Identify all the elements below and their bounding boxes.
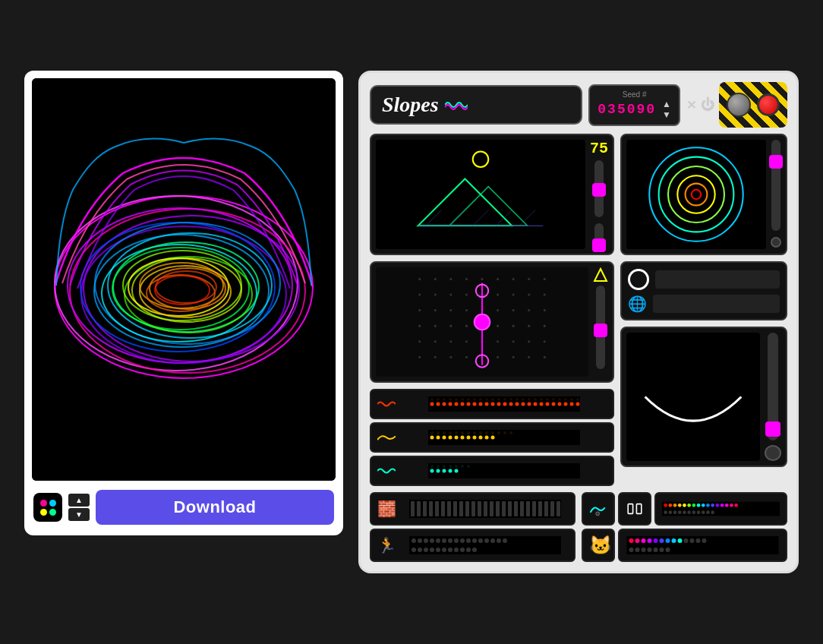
svg-point-230 — [478, 538, 483, 543]
number-display: 75 — [590, 140, 608, 157]
slider-thumb-2[interactable] — [592, 238, 606, 252]
svg-point-96 — [437, 402, 440, 406]
svg-point-254 — [683, 504, 686, 507]
svg-point-286 — [678, 538, 683, 543]
svg-point-116 — [558, 402, 562, 406]
svg-point-137 — [534, 398, 537, 401]
power-button[interactable]: ⏻ — [701, 97, 714, 113]
svg-point-222 — [430, 538, 434, 543]
svg-point-73 — [449, 340, 452, 343]
color-dot-2 — [49, 500, 56, 507]
svg-point-136 — [528, 398, 531, 401]
curve-knob[interactable] — [765, 445, 781, 461]
svg-point-146 — [430, 436, 434, 440]
vertical-slider-2[interactable] — [594, 223, 604, 249]
xy-vertical-slider[interactable] — [596, 286, 605, 369]
svg-point-128 — [479, 398, 482, 401]
svg-point-293 — [642, 548, 646, 552]
svg-point-40 — [497, 278, 499, 280]
cat-icon-box[interactable]: 🐱 — [582, 529, 615, 562]
curve-v-slider[interactable] — [768, 333, 778, 440]
svg-point-161 — [455, 431, 458, 434]
knob[interactable] — [727, 93, 751, 117]
svg-point-227 — [460, 538, 465, 543]
svg-point-91 — [475, 314, 490, 330]
svg-point-219 — [412, 538, 416, 543]
circle-preview-box — [620, 134, 787, 255]
color-row-3[interactable] — [370, 456, 614, 486]
circle-v-slider-1[interactable] — [771, 140, 780, 231]
svg-point-53 — [418, 309, 421, 311]
color-row-2[interactable] — [370, 422, 614, 453]
bottom-row-person[interactable]: 🏃 — [370, 529, 575, 562]
svg-point-175 — [449, 469, 452, 473]
svg-point-105 — [491, 402, 495, 406]
svg-rect-0 — [32, 78, 336, 481]
svg-point-177 — [430, 465, 434, 468]
svg-point-97 — [443, 402, 446, 406]
color-dot-1 — [40, 500, 47, 507]
svg-point-225 — [448, 538, 452, 543]
svg-point-239 — [436, 548, 440, 552]
svg-point-52 — [544, 293, 546, 295]
svg-marker-93 — [594, 269, 607, 281]
svg-rect-200 — [453, 501, 457, 516]
svg-point-125 — [461, 398, 464, 401]
circle-sliders — [771, 140, 781, 249]
slider-thumb-1[interactable] — [592, 183, 606, 197]
svg-point-103 — [479, 402, 483, 406]
scroll-down-button[interactable]: ▼ — [68, 508, 90, 521]
svg-point-149 — [449, 436, 452, 440]
bottom-led-row-2[interactable] — [618, 529, 787, 562]
svg-rect-217 — [557, 501, 560, 516]
svg-point-49 — [497, 293, 499, 295]
svg-point-266 — [664, 510, 667, 514]
color-row-1[interactable]: // Generate dots inline via template — [370, 389, 614, 419]
color-palette-button[interactable] — [33, 493, 62, 522]
download-button[interactable]: Download — [96, 490, 334, 525]
svg-point-119 — [576, 402, 580, 406]
svg-point-132 — [503, 398, 506, 401]
color-dot-3 — [40, 509, 47, 516]
circle-knob[interactable] — [771, 237, 781, 248]
circle-slider-thumb-1[interactable] — [769, 155, 783, 169]
seed-up-button[interactable]: ▲ — [662, 99, 671, 109]
svg-point-262 — [721, 504, 724, 507]
curve-slider-thumb[interactable] — [765, 421, 780, 437]
svg-rect-201 — [459, 501, 463, 516]
wave-icon-cyan — [377, 465, 396, 477]
svg-point-289 — [696, 538, 701, 543]
xy-pad[interactable] — [376, 267, 588, 377]
svg-rect-213 — [532, 501, 536, 516]
scroll-up-button[interactable]: ▲ — [68, 494, 90, 507]
xy-slider-thumb[interactable] — [594, 324, 607, 337]
red-button[interactable] — [757, 93, 780, 116]
svg-point-252 — [673, 504, 677, 507]
svg-point-130 — [491, 398, 494, 401]
svg-point-181 — [455, 465, 458, 468]
curve-canvas — [626, 333, 760, 461]
seed-row: 035090 ▲ ▼ — [598, 99, 671, 120]
seed-down-button[interactable]: ▼ — [662, 109, 671, 120]
svg-point-165 — [479, 431, 482, 434]
bottom-led-row-1[interactable] — [654, 492, 787, 526]
vertical-slider-1[interactable] — [594, 160, 604, 217]
svg-point-107 — [503, 402, 507, 406]
bottom-row-block[interactable]: 🧱 — [370, 492, 575, 526]
svg-rect-202 — [465, 501, 469, 516]
led-display-right-2 — [626, 536, 780, 554]
svg-point-166 — [485, 431, 488, 434]
app-title-box: Slopes — [370, 85, 582, 125]
shuffle-button[interactable]: ✕ — [686, 98, 696, 112]
svg-point-183 — [467, 465, 470, 468]
triangle-icon — [593, 267, 608, 283]
svg-point-133 — [509, 398, 512, 401]
svg-point-168 — [497, 431, 500, 434]
led-row-1 — [402, 396, 607, 412]
svg-point-245 — [472, 548, 477, 552]
svg-point-112 — [534, 402, 538, 406]
svg-point-229 — [472, 538, 477, 543]
wave-control[interactable] — [582, 492, 615, 526]
svg-point-67 — [497, 325, 499, 327]
bracket-control[interactable] — [618, 492, 651, 526]
